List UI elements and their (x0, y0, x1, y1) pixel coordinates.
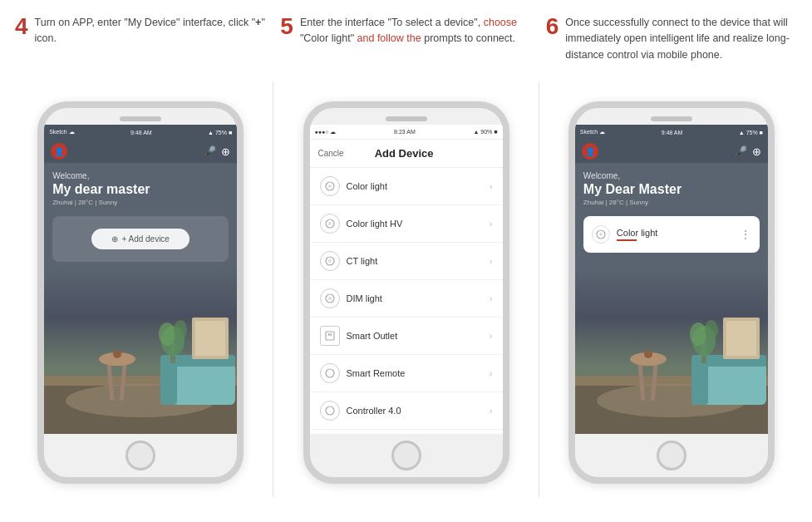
phone-2-screen: ●●●○ ☁ 8:23 AM ▲ 90% ■ Cancle Add Device… (310, 125, 503, 434)
screen1: Sketch ☁ 9:48 AM ▲ 75% ■ 👤 🎤 ⊕ Welcome, … (44, 125, 237, 434)
welcome-name3: My Dear Master (583, 182, 760, 197)
controller-40-label: Controller 4.0 (347, 406, 401, 416)
list-item-smart-remote[interactable]: Smart Remote › (310, 355, 503, 392)
smart-outlet-label: Smart Outlet (347, 331, 398, 341)
status2-right: ▲ 90% ■ (473, 129, 497, 135)
ct-light-icon (320, 251, 340, 271)
step-6-number: 6 (546, 15, 559, 38)
svg-point-17 (328, 185, 332, 188)
step-4-number: 4 (15, 15, 28, 38)
chevron-3: › (490, 256, 493, 266)
connected-device-info: Color light (617, 228, 658, 241)
add-icon[interactable]: ⊕ (221, 145, 230, 158)
chevron-7: › (490, 406, 493, 416)
screen2-header: Cancle Add Device (310, 140, 503, 168)
card-left: Color light (592, 225, 658, 244)
status2-left: ●●●○ ☁ (315, 129, 337, 135)
status-right: ▲ 75% ■ (208, 130, 232, 135)
list-item-controller-zigbee[interactable]: Controller (Zigbee) › (310, 430, 503, 434)
welcome-line: Welcome, (52, 171, 229, 180)
item-left-5: Smart Outlet (320, 326, 398, 346)
screen3: Sketch ☁ 9:48 AM ▲ 75% ■ 👤 🎤 ⊕ Welcome, … (575, 125, 768, 434)
connected-device-card[interactable]: Color light ⋮ (583, 216, 760, 253)
welcome-location: Zhuhai | 28°C | Sunny (52, 199, 229, 206)
list-item-dim-light[interactable]: DIM light › (310, 280, 503, 318)
phone-3-speaker (651, 116, 692, 121)
screen1-statusbar: Sketch ☁ 9:48 AM ▲ 75% ■ (44, 125, 237, 140)
list-item-color-light[interactable]: Color light › (310, 168, 503, 205)
color-light-hv-icon (320, 214, 340, 234)
ae-light-label: Color light (303, 32, 350, 44)
item-left-4: DIM light (320, 288, 382, 308)
furniture-svg-3 (575, 268, 768, 434)
chevron-4: › (490, 293, 493, 303)
list-item-ct-light[interactable]: CT light › (310, 243, 503, 280)
list-item-smart-outlet[interactable]: Smart Outlet › (310, 318, 503, 355)
top-icons-3: 🎤 ⊕ (734, 145, 761, 158)
svg-rect-43 (726, 321, 756, 356)
phone-1-screen: Sketch ☁ 9:48 AM ▲ 75% ■ 👤 🎤 ⊕ Welcome, … (44, 125, 237, 434)
svg-point-21 (328, 259, 332, 263)
chevron-6: › (490, 368, 493, 378)
color-light-icon (320, 176, 340, 196)
chevron-1: › (490, 181, 493, 191)
phone-2-home-button[interactable] (391, 441, 421, 470)
screen1-card: ⊕ + Add device (52, 216, 229, 262)
step-4-text: Turn on APP, enter "My Device" interface… (35, 15, 267, 47)
welcome-name: My dear master (52, 182, 229, 197)
phone-1-speaker (120, 116, 161, 121)
item-left-1: Color light (320, 176, 388, 196)
svg-point-19 (328, 222, 332, 225)
phone-3-home-button[interactable] (657, 441, 687, 470)
add-icon-3[interactable]: ⊕ (752, 145, 761, 158)
list-item-color-light-hv[interactable]: Color light HV › (310, 205, 503, 243)
phone-1-home-button[interactable] (125, 441, 155, 470)
svg-point-23 (328, 297, 332, 300)
step-6-header: 6 Once successfully connect to the devic… (546, 15, 797, 90)
welcome-location3: Zhuhai | 28°C | Sunny (583, 199, 760, 206)
connected-device-name: Color light (617, 228, 658, 238)
phone-1-frame: Sketch ☁ 9:48 AM ▲ 75% ■ 👤 🎤 ⊕ Welcome, … (37, 101, 244, 484)
chevron-2: › (490, 219, 493, 229)
svg-point-47 (705, 320, 718, 340)
color-light-hv-label: Color light HV (347, 219, 403, 229)
status-time: 9:48 AM (130, 130, 152, 135)
battery3-level: 75% (746, 130, 758, 135)
smart-outlet-icon (320, 326, 340, 346)
svg-point-27 (326, 369, 334, 377)
status2-time: 8:23 AM (394, 129, 416, 135)
mic-icon-3: 🎤 (734, 145, 747, 158)
card-menu-dots[interactable]: ⋮ (740, 228, 751, 241)
color-light-label: Color light (347, 181, 388, 191)
svg-rect-24 (326, 332, 334, 340)
screen2-statusbar: ●●●○ ☁ 8:23 AM ▲ 90% ■ (310, 125, 503, 140)
smart-remote-label: Smart Remote (347, 368, 406, 378)
screen1-topbar: 👤 🎤 ⊕ (44, 140, 237, 163)
phone-2-frame: ●●●○ ☁ 8:23 AM ▲ 90% ■ Cancle Add Device… (303, 101, 509, 484)
screen1-welcome: Welcome, My dear master Zhuhai | 28°C | … (44, 163, 237, 211)
add-device-plus: ⊕ (111, 234, 118, 244)
status3-time: 9:48 AM (662, 130, 683, 135)
list-item-controller-40[interactable]: Controller 4.0 › (310, 392, 503, 430)
step-5-number: 5 (280, 15, 293, 38)
avatar: 👤 (51, 143, 67, 160)
add-device-button[interactable]: ⊕ + Add device (91, 229, 189, 249)
status-left: Sketch ☁ (49, 129, 74, 135)
svg-point-38 (644, 350, 652, 358)
svg-point-6 (113, 350, 121, 358)
svg-rect-9 (160, 363, 177, 405)
add-device-label: + Add device (121, 234, 170, 244)
phone-3-frame: Sketch ☁ 9:48 AM ▲ 75% ■ 👤 🎤 ⊕ Welcome, … (568, 101, 775, 484)
battery-level: 75% (215, 130, 227, 135)
cancel-button[interactable]: Cancle (318, 149, 344, 158)
step-4-section: 4 Turn on APP, enter "My Device" interfa… (8, 15, 273, 484)
phone-2-speaker (386, 116, 427, 121)
ct-light-label: CT light (347, 256, 378, 266)
screen1-background (44, 268, 237, 434)
phone-3-screen: Sketch ☁ 9:48 AM ▲ 75% ■ 👤 🎤 ⊕ Welcome, … (575, 125, 768, 434)
item-left-2: Color light HV (320, 214, 403, 234)
step-5-header: 5 Enter the interface "To select a devic… (280, 15, 531, 90)
step-6-text: Once successfully connect to the device … (565, 15, 797, 63)
dim-light-label: DIM light (347, 293, 382, 303)
dim-light-icon (320, 288, 340, 308)
